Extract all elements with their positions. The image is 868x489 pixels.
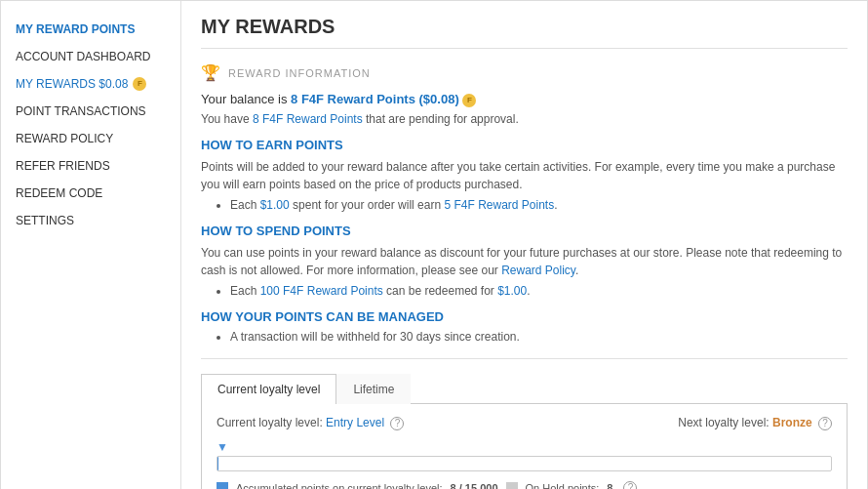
manage-title: HOW YOUR POINTS CAN BE MANAGED xyxy=(201,309,848,324)
loyalty-current-help-icon[interactable]: ? xyxy=(390,417,404,430)
accumulated-color-box xyxy=(217,482,228,489)
pending-suffix: that are pending for approval. xyxy=(366,112,519,126)
sidebar-label-redeem-code: REDEEM CODE xyxy=(16,186,102,200)
onhold-help-icon[interactable]: ? xyxy=(623,481,637,489)
sidebar-label-reward-policy: REWARD POLICY xyxy=(16,132,113,145)
pending-text: You have 8 F4F Reward Points that are pe… xyxy=(201,112,848,126)
reward-policy-link[interactable]: Reward Policy xyxy=(501,264,575,277)
sidebar-label-account-dashboard: ACCOUNT DASHBOARD xyxy=(16,50,150,63)
sidebar-label-point-transactions: POINT TRANSACTIONS xyxy=(16,104,146,118)
earn-points-link[interactable]: 5 F4F Reward Points xyxy=(444,198,554,212)
sidebar-label-my-rewards: MY REWARDS $0.08 xyxy=(16,77,128,91)
spend-bullet-list: Each 100 F4F Reward Points can be redeem… xyxy=(201,284,848,298)
loyalty-level-row: Current loyalty level: Entry Level ? Nex… xyxy=(217,416,832,430)
spend-points-link[interactable]: 100 F4F Reward Points xyxy=(260,284,383,298)
sidebar-item-settings[interactable]: SETTINGS xyxy=(1,207,180,234)
balance-coin-icon: F xyxy=(462,94,476,107)
sidebar-item-reward-policy[interactable]: REWARD POLICY xyxy=(1,125,180,152)
loyalty-tabs: Current loyalty level Lifetime xyxy=(201,374,848,404)
sidebar-label-refer-friends: REFER FRIENDS xyxy=(16,159,110,173)
loyalty-current-label: Current loyalty level: xyxy=(217,416,323,429)
balance-prefix: Your balance is xyxy=(201,92,287,106)
earn-dollar-link[interactable]: $1.00 xyxy=(260,198,290,212)
sidebar-label-settings: SETTINGS xyxy=(16,214,74,227)
manage-bullet-list: A transaction will be withheld for 30 da… xyxy=(201,330,848,344)
trophy-icon: 🏆 xyxy=(201,63,220,82)
progress-arrow: ▼ xyxy=(217,440,832,454)
sidebar-label-my-reward-points: MY REWARD POINTS xyxy=(16,22,135,36)
page-title: MY REWARDS xyxy=(201,16,848,49)
tab-lifetime[interactable]: Lifetime xyxy=(336,374,411,404)
onhold-value: 8 xyxy=(607,482,612,489)
loyalty-panel: Current loyalty level: Entry Level ? Nex… xyxy=(201,404,848,489)
earn-description: Points will be added to your reward bala… xyxy=(201,158,848,193)
legend-row: Accumulated points on current loyalty le… xyxy=(217,481,832,489)
spend-description: You can use points in your reward balanc… xyxy=(201,244,848,279)
accumulated-label: Accumulated points on current loyalty le… xyxy=(236,482,443,489)
onhold-color-box xyxy=(506,482,518,489)
spend-bullet-item: Each 100 F4F Reward Points can be redeem… xyxy=(230,284,848,298)
loyalty-next-value: Bronze xyxy=(772,416,812,429)
pending-link[interactable]: 8 F4F Reward Points xyxy=(253,112,363,126)
spend-dollar-link[interactable]: $1.00 xyxy=(497,284,527,298)
sidebar-item-point-transactions[interactable]: POINT TRANSACTIONS xyxy=(1,98,180,125)
tab-current-loyalty[interactable]: Current loyalty level xyxy=(201,374,336,404)
progress-container: ▼ xyxy=(217,440,832,471)
loyalty-next-section: Next loyalty level: Bronze ? xyxy=(678,416,832,430)
loyalty-current-value: Entry Level xyxy=(326,416,384,429)
coin-icon: F xyxy=(133,77,146,91)
main-content: MY REWARDS 🏆 REWARD INFORMATION Your bal… xyxy=(181,1,867,489)
sidebar-item-my-reward-points[interactable]: MY REWARD POINTS xyxy=(1,16,180,43)
loyalty-next-label: Next loyalty level: xyxy=(678,416,769,429)
sidebar-item-account-dashboard[interactable]: ACCOUNT DASHBOARD xyxy=(1,43,180,70)
sidebar: MY REWARD POINTS ACCOUNT DASHBOARD MY RE… xyxy=(1,1,181,489)
spend-title: HOW TO SPEND POINTS xyxy=(201,224,848,238)
balance-text: Your balance is 8 F4F Reward Points ($0.… xyxy=(201,92,848,107)
progress-bar-background xyxy=(217,456,832,471)
accumulated-value: 8 / 15,000 xyxy=(451,482,498,489)
loyalty-next-help-icon[interactable]: ? xyxy=(818,417,832,430)
reward-info-header: 🏆 REWARD INFORMATION xyxy=(201,63,848,82)
earn-bullet-list: Each $1.00 spent for your order will ear… xyxy=(201,198,848,212)
sidebar-item-redeem-code[interactable]: REDEEM CODE xyxy=(1,180,180,207)
pending-prefix: You have xyxy=(201,112,250,126)
earn-title: HOW TO EARN POINTS xyxy=(201,138,848,152)
earn-bullet-item: Each $1.00 spent for your order will ear… xyxy=(230,198,848,212)
sidebar-item-refer-friends[interactable]: REFER FRIENDS xyxy=(1,152,180,180)
loyalty-current-section: Current loyalty level: Entry Level ? xyxy=(217,416,404,430)
divider xyxy=(201,358,848,359)
onhold-label: On Hold points: xyxy=(526,482,600,489)
balance-amount-link[interactable]: 8 F4F Reward Points ($0.08) xyxy=(291,92,459,106)
manage-bullet-item: A transaction will be withheld for 30 da… xyxy=(230,330,848,344)
reward-info-label: REWARD INFORMATION xyxy=(228,67,371,79)
sidebar-item-my-rewards[interactable]: MY REWARDS $0.08 F xyxy=(1,70,180,98)
